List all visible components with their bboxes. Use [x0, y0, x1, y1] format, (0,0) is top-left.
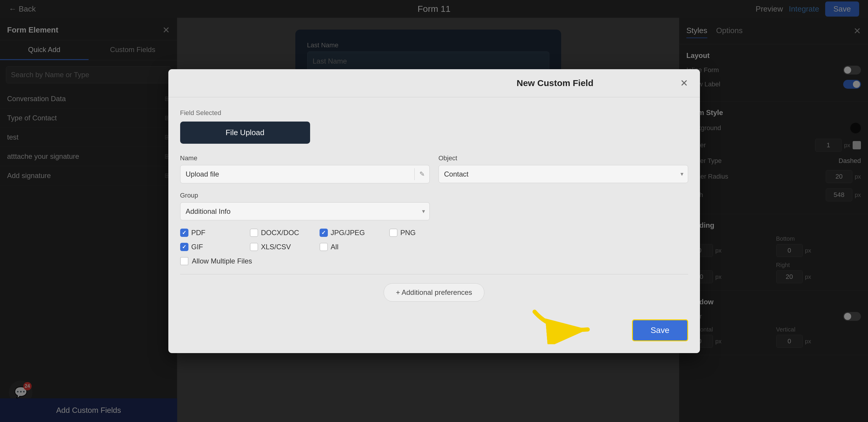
jpg-label: JPG/JPEG — [331, 229, 365, 237]
all-label: All — [331, 243, 339, 251]
check-mark: ✓ — [182, 229, 186, 236]
name-label: Name — [180, 154, 430, 162]
group-select[interactable]: Additional Info — [180, 202, 430, 220]
xls-label: XLS/CSV — [261, 243, 291, 251]
gif-label: GIF — [191, 243, 203, 251]
pdf-checkbox-item: ✓ PDF — [180, 229, 245, 237]
jpg-checkbox-item: ✓ JPG/JPEG — [319, 229, 384, 237]
modal-title: New Custom Field — [430, 78, 680, 88]
object-select[interactable]: Contact — [439, 165, 688, 183]
all-checkbox-item: All — [319, 243, 384, 251]
name-object-row: Name ✎ Object Contact ▾ — [180, 154, 688, 184]
file-type-checkboxes: ✓ PDF DOCX/DOC ✓ JPG/JPEG PNG — [180, 229, 688, 237]
arrow-annotation — [529, 309, 606, 344]
docx-checkbox-item: DOCX/DOC — [250, 229, 315, 237]
gif-checkbox[interactable]: ✓ — [180, 243, 188, 251]
file-type-checkboxes-row2: ✓ GIF XLS/CSV All — [180, 243, 688, 251]
png-checkbox[interactable] — [389, 229, 398, 237]
name-input-row: ✎ — [180, 165, 430, 184]
file-upload-button[interactable]: File Upload — [180, 121, 310, 144]
group-select-wrapper: Additional Info ▾ — [180, 202, 430, 220]
png-checkbox-item: PNG — [389, 229, 454, 237]
modal-overlay: New Custom Field ✕ Field Selected File U… — [0, 0, 868, 422]
xls-checkbox[interactable] — [250, 243, 258, 251]
group-spacer — [439, 192, 688, 220]
allow-multiple-row: Allow Multiple Files — [180, 257, 688, 265]
object-label: Object — [439, 154, 688, 162]
new-custom-field-modal: New Custom Field ✕ Field Selected File U… — [168, 69, 700, 353]
name-group: Name ✎ — [180, 154, 430, 184]
jpg-checkbox[interactable]: ✓ — [319, 229, 328, 237]
field-selected-label: Field Selected — [180, 109, 688, 117]
png-label: PNG — [401, 229, 416, 237]
pdf-checkbox[interactable]: ✓ — [180, 229, 188, 237]
group-group: Group Additional Info ▾ — [180, 192, 430, 220]
pdf-label: PDF — [191, 229, 206, 237]
additional-pref-container: + Additional preferences — [180, 283, 688, 302]
additional-preferences-button[interactable]: + Additional preferences — [384, 283, 484, 302]
xls-checkbox-item: XLS/CSV — [250, 243, 315, 251]
modal-body: Field Selected File Upload Name ✎ Object — [168, 97, 700, 313]
check-mark: ✓ — [182, 244, 186, 250]
edit-icon: ✎ — [415, 170, 429, 178]
docx-checkbox[interactable] — [250, 229, 258, 237]
check-mark: ✓ — [321, 229, 326, 236]
allow-multiple-label: Allow Multiple Files — [192, 257, 252, 265]
divider — [180, 274, 688, 275]
modal-footer: Save — [168, 313, 700, 353]
modal-close-button[interactable]: ✕ — [680, 78, 688, 89]
modal-save-button[interactable]: Save — [632, 319, 688, 341]
docx-label: DOCX/DOC — [261, 229, 299, 237]
modal-header: New Custom Field ✕ — [168, 69, 700, 97]
all-checkbox[interactable] — [319, 243, 328, 251]
object-group: Object Contact ▾ — [439, 154, 688, 184]
group-label: Group — [180, 192, 430, 199]
object-select-wrapper: Contact ▾ — [439, 165, 688, 183]
group-row: Group Additional Info ▾ — [180, 192, 688, 220]
gif-checkbox-item: ✓ GIF — [180, 243, 245, 251]
name-input[interactable] — [181, 165, 414, 183]
allow-multiple-checkbox[interactable] — [180, 257, 188, 265]
